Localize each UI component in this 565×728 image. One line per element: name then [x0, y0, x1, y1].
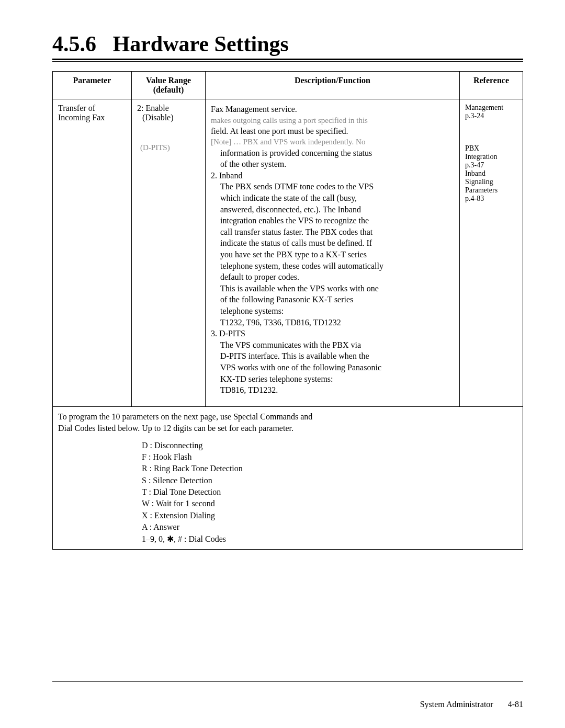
desc-item2-i: default to proper codes.: [211, 271, 454, 283]
section-title-text: Hardware Settings: [113, 32, 289, 56]
ref-line2: p.3-24: [465, 112, 517, 120]
desc-item3-c: VPS works with one of the following Pana…: [211, 362, 454, 373]
code-x: X : Extension Dialing: [142, 510, 517, 521]
desc-item3-b: D-PITS interface. This is available when…: [211, 350, 454, 362]
desc-item2-h: telephone system, these codes will autom…: [211, 260, 454, 272]
desc-item2-a: The PBX sends DTMF tone codes to the VPS: [211, 181, 454, 192]
ref-line5: p.3-47: [465, 161, 517, 169]
desc-item2-e: call transfer status faster. The PBX cod…: [211, 226, 454, 238]
ref-line3: PBX: [465, 144, 517, 153]
table-header-row: Parameter Value Range (default) Descript…: [53, 72, 523, 99]
desc-item2-b: which indicate the state of the call (bu…: [211, 192, 454, 204]
desc-item3-a: The VPS communicates with the PBX via: [211, 339, 454, 351]
section-number: 4.5.6: [52, 32, 96, 56]
desc-item3-e: TD816, TD1232.: [211, 384, 454, 396]
code-t: T : Dial Tone Detection: [142, 486, 517, 498]
desc-item2-f: indicate the status of calls must be def…: [211, 237, 454, 249]
ref-line7: Signaling: [465, 178, 517, 186]
th-parameter: Parameter: [53, 72, 132, 99]
cell-reference: Management p.3-24 PBX Integration p.3-47…: [460, 99, 523, 407]
desc-line3b: of the other system.: [211, 158, 454, 170]
code-w: W : Wait for 1 second: [142, 498, 517, 509]
desc-item2-k: of the following Panasonic KX-T series: [211, 294, 454, 305]
cell-parameter: Transfer of Incoming Fax: [53, 99, 132, 407]
value-line2: (Disable): [137, 113, 200, 122]
desc-item2-j: This is available when the VPS works wit…: [211, 283, 454, 294]
ref-line9: p.4-83: [465, 195, 517, 203]
code-f: F : Hook Flash: [142, 451, 517, 463]
table-footer-row: To program the 10 parameters on the next…: [53, 406, 523, 549]
cell-description: Fax Management service. makes outgoing c…: [206, 99, 460, 407]
desc-item3-hdr: 3. D-PITS: [211, 328, 454, 339]
desc-item3-d: KX-TD series telephone systems:: [211, 373, 454, 385]
table-row: Transfer of Incoming Fax 2: Enable (Disa…: [53, 99, 523, 407]
desc-item2-hdr: 2. Inband: [211, 170, 454, 181]
code-d: D : Disconnecting: [142, 440, 517, 451]
footer-rule: [52, 681, 523, 682]
ref-line6: Inband: [465, 169, 517, 178]
value-line1: 2: Enable: [137, 104, 200, 113]
desc-item2-c: answered, disconnected, etc.). The Inban…: [211, 204, 454, 215]
cell-value-range: 2: Enable (Disable) (D-PITS): [132, 99, 206, 407]
ref-line1: Management: [465, 104, 517, 112]
code-a: A : Answer: [142, 521, 517, 533]
code-r: R : Ring Back Tone Detection: [142, 463, 517, 474]
desc-faded2: [Note] … PBX and VPS work independently.…: [211, 136, 454, 147]
ref-line8: Parameters: [465, 186, 517, 195]
settings-table: Parameter Value Range (default) Descript…: [52, 71, 523, 550]
footer-para2: Dial Codes listed below. Up to 12 digits…: [58, 423, 517, 434]
ref-line4: Integration: [465, 153, 517, 161]
th-reference: Reference: [460, 72, 523, 99]
heading-rule-thick: [52, 59, 523, 60]
desc-item2-l: telephone systems:: [211, 305, 454, 317]
code-digits: 1–9, 0, ✱, # : Dial Codes: [142, 533, 517, 545]
dial-codes-list: D : Disconnecting F : Hook Flash R : Rin…: [142, 440, 517, 545]
page-footer: System Administrator 4-81: [420, 700, 523, 709]
desc-line1: Fax Management service.: [211, 104, 454, 115]
value-line3: (D-PITS): [137, 143, 200, 152]
desc-line2: field. At least one port must be specifi…: [211, 126, 454, 137]
section-heading: 4.5.6 Hardware Settings: [52, 31, 523, 56]
desc-faded1: makes outgoing calls using a port specif…: [211, 115, 454, 126]
code-s: S : Silence Detection: [142, 475, 517, 486]
param-line1: Transfer of: [58, 104, 126, 113]
param-line2: Incoming Fax: [58, 113, 126, 122]
heading-rule-thin: [52, 61, 523, 62]
desc-item2-d: integration enables the VPS to recognize…: [211, 215, 454, 226]
desc-item2-g: you have set the PBX type to a KX-T seri…: [211, 249, 454, 260]
footer-para1: To program the 10 parameters on the next…: [58, 411, 517, 423]
footer-label: System Administrator: [420, 700, 493, 709]
desc-line3a: information is provided concerning the s…: [211, 147, 454, 159]
cell-footer: To program the 10 parameters on the next…: [53, 406, 523, 549]
th-description: Description/Function: [206, 72, 460, 99]
th-value-range: Value Range (default): [132, 72, 206, 99]
desc-item2-m: T1232, T96, T336, TD816, TD1232: [211, 317, 454, 328]
footer-page: 4-81: [508, 700, 523, 709]
